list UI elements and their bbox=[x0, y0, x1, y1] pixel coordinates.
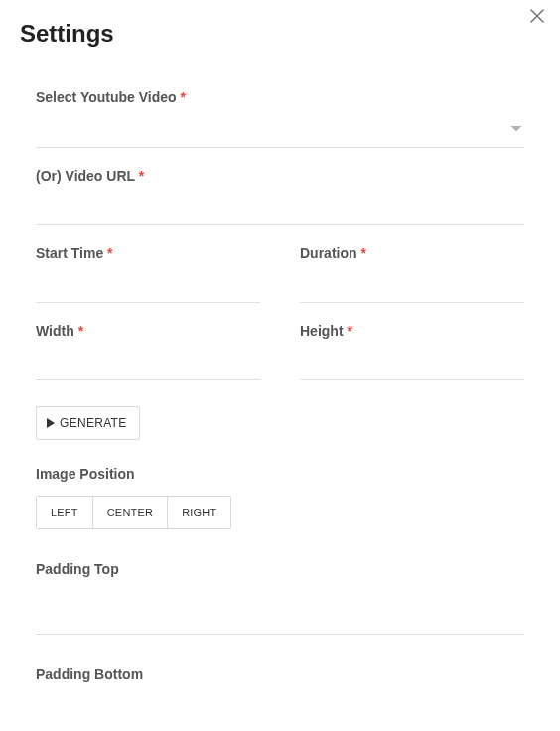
video-url-label: (Or) Video URL * bbox=[36, 168, 524, 184]
label-text: Duration bbox=[300, 245, 357, 261]
position-center-button[interactable]: CENTER bbox=[93, 496, 168, 529]
video-url-field: (Or) Video URL * bbox=[36, 168, 524, 225]
image-position-group: LEFT CENTER RIGHT bbox=[36, 496, 231, 529]
position-left-button[interactable]: LEFT bbox=[36, 496, 93, 529]
required-marker: * bbox=[107, 245, 112, 261]
select-youtube-video-label: Select Youtube Video * bbox=[36, 89, 524, 105]
time-row: Start Time * Duration * bbox=[36, 245, 524, 303]
required-marker: * bbox=[180, 89, 185, 105]
padding-top-field: Padding Top bbox=[36, 561, 524, 635]
start-time-input[interactable] bbox=[36, 263, 260, 303]
padding-top-input[interactable] bbox=[36, 579, 524, 635]
start-time-label: Start Time * bbox=[36, 245, 260, 261]
select-youtube-video-dropdown[interactable] bbox=[36, 115, 524, 137]
video-url-input[interactable] bbox=[36, 186, 524, 225]
padding-top-label: Padding Top bbox=[36, 561, 524, 577]
height-field: Height * bbox=[300, 323, 524, 380]
close-icon bbox=[530, 7, 544, 27]
duration-input[interactable] bbox=[300, 263, 524, 303]
label-text: Select Youtube Video bbox=[36, 89, 177, 105]
close-button[interactable] bbox=[526, 6, 548, 28]
width-label: Width * bbox=[36, 323, 260, 339]
select-youtube-video-field: Select Youtube Video * bbox=[36, 89, 524, 148]
width-field: Width * bbox=[36, 323, 260, 380]
required-marker: * bbox=[360, 245, 365, 261]
height-label: Height * bbox=[300, 323, 524, 339]
label-text: Start Time bbox=[36, 245, 103, 261]
width-input[interactable] bbox=[36, 341, 260, 380]
padding-bottom-field: Padding Bottom bbox=[36, 666, 524, 731]
caret-down-icon bbox=[510, 119, 522, 127]
height-input[interactable] bbox=[300, 341, 524, 380]
label-text: Height bbox=[300, 323, 344, 339]
required-marker: * bbox=[78, 323, 83, 339]
generate-label: GENERATE bbox=[60, 416, 127, 430]
required-marker: * bbox=[347, 323, 351, 339]
image-position-label: Image Position bbox=[36, 466, 524, 482]
duration-field: Duration * bbox=[300, 245, 524, 303]
settings-form: Select Youtube Video * (Or) Video URL * … bbox=[0, 62, 560, 731]
label-text: (Or) Video URL bbox=[36, 168, 135, 184]
page-title: Settings bbox=[0, 0, 560, 62]
padding-bottom-input[interactable] bbox=[36, 684, 524, 731]
start-time-field: Start Time * bbox=[36, 245, 260, 303]
position-right-button[interactable]: RIGHT bbox=[168, 496, 231, 529]
padding-bottom-label: Padding Bottom bbox=[36, 666, 524, 682]
generate-button[interactable]: GENERATE bbox=[36, 406, 140, 440]
label-text: Width bbox=[36, 323, 74, 339]
duration-label: Duration * bbox=[300, 245, 524, 261]
required-marker: * bbox=[139, 168, 144, 184]
size-row: Width * Height * bbox=[36, 323, 524, 380]
play-icon bbox=[47, 418, 55, 428]
